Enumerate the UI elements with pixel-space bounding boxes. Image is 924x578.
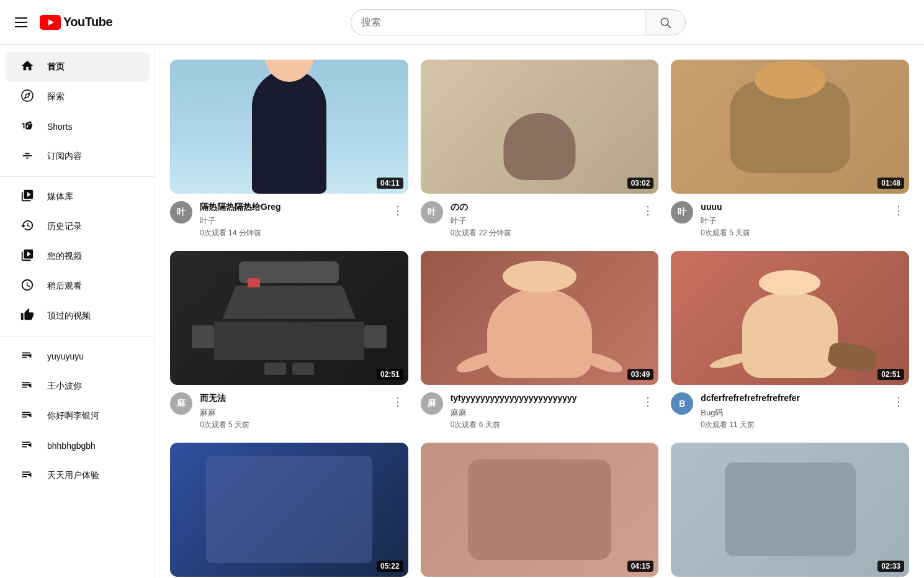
video-info-4: 麻 而无法 麻麻 0次观看 5 天前 ⋮ [170,392,408,430]
duration-badge-3: 01:48 [877,178,904,189]
video-title-2: のの [451,201,630,214]
sidebar-item-playlist-3[interactable]: 你好啊李银河 [5,401,150,431]
main-content: 04:11 叶 隔热隔热隔热给Greg 叶子 0次观看 14 分钟前 ⋮ [155,45,924,578]
sidebar-label-playlist-1: yuyuyuyu [47,351,84,361]
video-meta-1: 隔热隔热隔热给Greg 叶子 0次观看 14 分钟前 [200,201,380,239]
video-meta-5: tytyyyyyyyyyyyyyyyyyyyyyyyy 麻麻 0次观看 6 天前 [451,392,630,430]
thumbnail-4: 02:51 [170,251,408,385]
thumbnail-7: 05:22 [170,443,408,577]
sidebar-item-history[interactable]: 历史记录 [5,212,150,242]
video-card-3[interactable]: 01:48 叶 uuuu 叶子 0次观看 5 天前 ⋮ [671,60,909,238]
video-channel-3: 叶子 [701,215,881,227]
history-icon [20,219,35,235]
video-channel-6: Bug码 [701,407,881,418]
home-icon [20,59,35,76]
shorts-icon [20,119,35,135]
more-options-button-4[interactable]: ⋮ [387,392,408,411]
duration-badge-6: 02:51 [877,369,904,380]
video-title-6: dcferfrefrefrefrefrefrefer [701,392,881,405]
sidebar: 首页 探索 Shorts 订阅内容 媒体库 历史记录 [0,45,155,578]
video-stats-5: 0次观看 6 天前 [451,420,630,430]
thumbnail-8: 04:15 [421,443,659,577]
video-stats-1: 0次观看 14 分钟前 [200,228,380,238]
youtube-logo-icon [40,15,61,30]
sidebar-label-shorts: Shorts [47,122,72,132]
sidebar-item-playlist-4[interactable]: bhhbhgbgbh [5,431,150,461]
video-channel-1: 叶子 [200,215,380,227]
sidebar-item-shorts[interactable]: Shorts [5,112,150,142]
video-meta-4: 而无法 麻麻 0次观看 5 天前 [200,392,380,430]
video-card-7[interactable]: 05:22 七 视频七 频道七 0次观看 1 天前 ⋮ [170,443,408,578]
sidebar-label-watch-later: 稍后观看 [47,281,82,292]
more-options-button-3[interactable]: ⋮ [888,201,909,220]
thumbnail-6: 02:51 [671,251,909,385]
search-button[interactable] [645,9,686,35]
sidebar-label-library: 媒体库 [47,191,73,202]
video-meta-6: dcferfrefrefrefrefrefrefer Bug码 0次观看 11 … [701,392,881,430]
more-options-button-5[interactable]: ⋮ [637,392,658,411]
avatar-5: 麻 [421,392,443,415]
sidebar-item-playlist-1[interactable]: yuyuyuyu [5,341,150,371]
sidebar-label-subscriptions: 订阅内容 [47,151,82,162]
video-info-1: 叶 隔热隔热隔热给Greg 叶子 0次观看 14 分钟前 ⋮ [170,201,408,239]
video-channel-4: 麻麻 [200,407,380,418]
video-stats-4: 0次观看 5 天前 [200,420,380,430]
video-info-6: B dcferfrefrefrefrefrefrefer Bug码 0次观看 1… [671,392,909,430]
sidebar-label-liked: 顶过的视频 [47,310,91,322]
video-card-5[interactable]: 03:49 麻 tytyyyyyyyyyyyyyyyyyyyyyyyy 麻麻 0… [421,251,659,430]
video-card-8[interactable]: 04:15 八 视频八 频道八 0次观看 3 天前 ⋮ [421,443,659,578]
playlist-icon-5 [20,467,35,484]
video-meta-2: のの 叶子 0次观看 22 分钟前 [451,201,630,239]
duration-badge-1: 04:11 [377,178,403,189]
header-left: YouTube [10,12,112,32]
more-options-button-1[interactable]: ⋮ [387,201,408,220]
sidebar-label-playlist-4: bhhbhgbgbh [47,441,96,451]
video-card-9[interactable]: 02:33 九 视频九 频道九 0次观看 7 天前 ⋮ [671,443,909,578]
video-stats-2: 0次观看 22 分钟前 [451,228,630,238]
sidebar-divider-2 [0,336,155,336]
video-channel-5: 麻麻 [451,407,630,418]
menu-button[interactable] [10,12,32,32]
video-card-2[interactable]: 03:02 叶 のの 叶子 0次观看 22 分钟前 ⋮ [421,60,659,238]
sidebar-label-your-videos: 您的视频 [47,251,82,262]
search-input[interactable] [351,9,645,35]
video-channel-2: 叶子 [451,215,630,227]
more-options-button-2[interactable]: ⋮ [637,201,658,220]
video-card-1[interactable]: 04:11 叶 隔热隔热隔热给Greg 叶子 0次观看 14 分钟前 ⋮ [170,60,408,238]
more-options-button-6[interactable]: ⋮ [888,392,909,411]
duration-badge-7: 05:22 [377,561,403,572]
sidebar-item-subscriptions[interactable]: 订阅内容 [5,142,150,171]
sidebar-label-playlist-2: 王小波你 [47,381,82,392]
playlist-icon-3 [20,408,35,425]
video-card-6[interactable]: 02:51 B dcferfrefrefrefrefrefrefer Bug码 … [671,251,909,430]
sidebar-label-home: 首页 [47,61,65,73]
thumbnail-3: 01:48 [671,60,909,194]
svg-point-4 [22,89,33,101]
avatar-6: B [671,392,693,415]
sidebar-item-library[interactable]: 媒体库 [5,182,150,212]
thumbnail-2: 03:02 [421,60,659,194]
sidebar-divider-1 [0,176,155,177]
sidebar-item-liked[interactable]: 顶过的视频 [5,301,150,331]
search-area [122,9,914,35]
sidebar-item-your-videos[interactable]: 您的视频 [5,242,150,271]
svg-line-3 [668,24,671,27]
playlist-icon-1 [20,348,35,365]
thumbnail-1: 04:11 [170,60,408,194]
search-icon [659,16,671,29]
sidebar-item-watch-later[interactable]: 稍后观看 [5,271,150,301]
playlist-icon-2 [20,378,35,395]
sidebar-item-playlist-2[interactable]: 王小波你 [5,371,150,401]
video-info-5: 麻 tytyyyyyyyyyyyyyyyyyyyyyyyy 麻麻 0次观看 6 … [421,392,659,430]
thumbnail-5: 03:49 [421,251,659,385]
sidebar-item-playlist-5[interactable]: 天天用户体验 [5,461,150,490]
sidebar-item-home[interactable]: 首页 [5,52,150,82]
logo[interactable]: YouTube [40,15,112,30]
video-info-3: 叶 uuuu 叶子 0次观看 5 天前 ⋮ [671,201,909,239]
video-meta-3: uuuu 叶子 0次观看 5 天前 [701,201,881,239]
duration-badge-2: 03:02 [627,178,654,189]
library-icon [20,189,35,205]
duration-badge-5: 03:49 [627,369,654,380]
sidebar-item-explore[interactable]: 探索 [5,82,150,112]
video-card-4[interactable]: 02:51 麻 而无法 麻麻 0次观看 5 天前 ⋮ [170,251,408,430]
